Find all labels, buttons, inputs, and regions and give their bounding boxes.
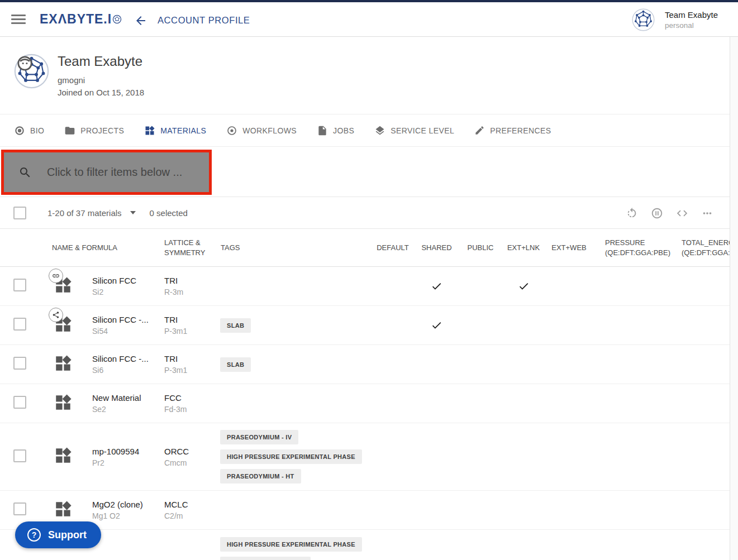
share-badge-icon (49, 308, 63, 322)
tag-chip: PRASEODYMIUM - IV (220, 430, 298, 444)
chevron-down-icon[interactable] (130, 211, 136, 214)
tab-materials[interactable]: MATERIALS (144, 125, 206, 136)
molecule-ball-icon (112, 15, 122, 24)
tab-workflows[interactable]: WORKFLOWS (226, 125, 297, 136)
question-circle-icon: ? (27, 528, 41, 542)
material-name[interactable]: Silicon FCC (92, 276, 157, 285)
more-horiz-icon[interactable] (701, 207, 713, 219)
material-formula: Si2 (92, 288, 157, 296)
tag-chip: PRASEODYMIUM - HT (220, 469, 301, 484)
column-header-shared[interactable]: SHARED (414, 243, 459, 253)
column-header-total_energy[interactable]: TOTAL_ENERGY(QE:DFT:GGA:PBE) (669, 238, 738, 258)
table-header: NAME & FORMULALATTICE &SYMMETRYTAGSDEFAU… (0, 229, 730, 267)
material-name[interactable]: New Material (92, 393, 157, 403)
tab-label: BIO (30, 126, 44, 135)
material-name[interactable]: MgO2 (clone) (92, 500, 157, 509)
tag-chip (220, 557, 311, 560)
material-widgets-icon (54, 500, 73, 519)
arrow-back-icon[interactable] (134, 13, 148, 28)
pagination-label[interactable]: 1-20 of 37 materials (47, 208, 122, 218)
column-header-default[interactable]: DEFAULT (372, 243, 414, 253)
column-header-public[interactable]: PUBLIC (459, 243, 502, 253)
material-formula: Pr2 (92, 458, 157, 467)
column-header-ext_lnk[interactable]: EXT+LNK (502, 243, 545, 253)
material-widgets-icon (54, 315, 73, 334)
page-title: ACCOUNT PROFILE (158, 15, 250, 26)
support-button[interactable]: ? Support (15, 521, 101, 548)
material-name[interactable]: Silicon FCC -... (92, 315, 157, 324)
material-name[interactable]: Silicon FCC -... (92, 354, 157, 363)
account-switcher[interactable]: Team Exabyte personal (632, 8, 718, 31)
column-header-lattice[interactable]: LATTICE &SYMMETRY (157, 238, 213, 258)
row-checkbox[interactable] (13, 396, 26, 409)
profile-joined-date: Joined on Oct 15, 2018 (58, 88, 144, 97)
tag-list: SLAB (213, 351, 372, 379)
eye-icon (14, 125, 25, 136)
select-all-checkbox[interactable] (13, 207, 26, 219)
tab-label: PREFERENCES (490, 126, 551, 135)
lattice-type: ORCC (164, 447, 213, 456)
lattice-type: TRI (164, 315, 213, 324)
filter-input[interactable]: Click to filter items below ... (47, 166, 182, 179)
lattice-type: MCLC (164, 500, 213, 509)
profile-name: Team Exabyte (58, 54, 142, 69)
target-icon (226, 125, 237, 136)
code-icon[interactable] (676, 207, 688, 219)
material-widgets-icon (54, 354, 73, 373)
rotate-left-icon[interactable] (626, 207, 638, 219)
table-row[interactable]: mp-1009594 Pr2 ORCC Cmcm PRASEODYMIUM - … (0, 423, 730, 491)
check-icon (431, 319, 442, 331)
table-row[interactable]: Silicon FCC Si2 TRI R-3m (0, 267, 730, 306)
tab-jobs[interactable]: JOBS (317, 125, 354, 136)
column-header-tags[interactable]: TAGS (213, 243, 372, 253)
table-row[interactable]: MgO2 (clone) Mg1 O2 MCLC C2/m (0, 491, 730, 530)
row-checkbox[interactable] (13, 279, 26, 291)
symmetry-group: Cmcm (164, 458, 213, 467)
profile-header: Team Exabyte gmogni Joined on Oct 15, 20… (0, 37, 730, 114)
tab-label: SERVICE LEVEL (391, 126, 454, 135)
table-row[interactable]: New Material Se2 FCC Fd-3m (0, 384, 730, 423)
material-widgets-icon (54, 446, 73, 465)
exabyte-logo[interactable]: EXΛBYTE.I (40, 12, 122, 27)
account-avatar[interactable] (632, 8, 655, 31)
pause-circle-icon[interactable] (651, 207, 663, 219)
account-type: personal (665, 21, 718, 30)
material-widgets-icon (54, 393, 73, 412)
row-checkbox[interactable] (13, 449, 26, 462)
annotation-highlight: Click to filter items below ... (1, 150, 212, 195)
material-name[interactable]: mp-1009594 (92, 447, 157, 456)
menu-icon[interactable] (11, 15, 26, 25)
row-checkbox[interactable] (13, 357, 26, 370)
tab-bio[interactable]: BIO (14, 125, 44, 136)
tag-chip: HIGH PRESSURE EXPERIMENTAL PHASE (220, 537, 362, 552)
table-row[interactable]: HIGH PRESSURE EXPERIMENTAL PHASE (0, 530, 730, 560)
tab-label: MATERIALS (160, 126, 206, 135)
profile-username: gmogni (58, 75, 85, 85)
tab-label: WORKFLOWS (242, 126, 297, 135)
selected-count: 0 selected (150, 208, 188, 218)
symmetry-group: C2/m (164, 511, 213, 520)
tag-chip: HIGH PRESSURE EXPERIMENTAL PHASE (220, 449, 362, 464)
column-header-pressure[interactable]: PRESSURE(QE:DFT:GGA:PBE) (593, 238, 669, 258)
symmetry-group: Fd-3m (164, 405, 213, 414)
widgets-icon (144, 125, 155, 136)
account-name: Team Exabyte (665, 10, 718, 20)
support-label: Support (48, 529, 87, 541)
row-checkbox[interactable] (13, 502, 26, 515)
table-row[interactable]: Silicon FCC -... Si6 TRI P-3m1 SLAB (0, 345, 730, 384)
column-header-ext_web[interactable]: EXT+WEB (545, 243, 593, 253)
tab-projects[interactable]: PROJECTS (64, 125, 124, 136)
tab-service-level[interactable]: SERVICE LEVEL (374, 125, 454, 136)
materials-table: NAME & FORMULALATTICE &SYMMETRYTAGSDEFAU… (0, 229, 730, 560)
scrollbar-track[interactable] (730, 37, 738, 560)
tab-preferences[interactable]: PREFERENCES (474, 125, 551, 136)
check-icon (431, 280, 442, 292)
tag-chip: SLAB (220, 357, 251, 372)
column-header-name[interactable]: NAME & FORMULA (36, 243, 157, 253)
row-checkbox[interactable] (13, 318, 26, 331)
tag-list: SLAB (213, 312, 372, 339)
table-row[interactable]: Silicon FCC -... Si54 TRI P-3m1 SLAB (0, 306, 730, 345)
lattice-type: FCC (164, 393, 213, 403)
tab-label: JOBS (333, 126, 354, 135)
tab-label: PROJECTS (80, 126, 124, 135)
